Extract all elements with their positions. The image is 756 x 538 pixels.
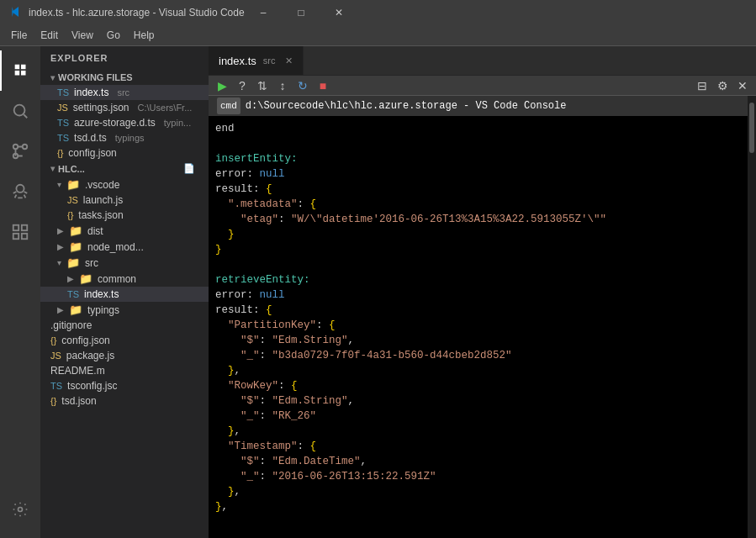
project-readme[interactable]: README.m — [40, 363, 209, 378]
svg-rect-7 — [22, 225, 27, 230]
term-line-blank2 — [215, 257, 741, 272]
project-typings-folder[interactable]: ▶ 📁 typings — [40, 302, 209, 318]
svg-point-10 — [19, 508, 23, 512]
svg-rect-6 — [13, 225, 19, 230]
menu-view[interactable]: View — [65, 28, 100, 43]
new-file-icon[interactable]: 📄 — [183, 163, 195, 174]
working-file-desc-3: typings — [115, 133, 145, 143]
project-file-node: node_mod... — [87, 241, 144, 253]
project-gitignore[interactable]: .gitignore — [40, 318, 209, 333]
project-file-typings: typings — [87, 304, 119, 316]
file-icon-config2: {} — [50, 335, 56, 345]
terminal-content[interactable]: end insertEntity: error: null result: { … — [209, 116, 748, 538]
close-button[interactable]: ✕ — [320, 0, 358, 25]
menu-bar: File Edit View Go Help — [0, 25, 756, 46]
project-chevron: ▾ — [50, 164, 55, 173]
term-line-partkey-val: "_": "b3da0729-7f0f-4a31-b560-d44cbeb2d8… — [215, 348, 741, 363]
svg-point-3 — [23, 145, 28, 150]
refresh-button[interactable]: ↻ — [294, 77, 311, 94]
arrows-button[interactable]: ↕ — [274, 77, 291, 94]
working-files-label: WORKING FILES — [58, 72, 133, 82]
project-dist-folder[interactable]: ▶ 📁 dist — [40, 223, 209, 239]
tab-index-ts[interactable]: index.ts src ✕ — [209, 46, 304, 75]
menu-file[interactable]: File — [4, 28, 34, 43]
app-icon — [8, 5, 22, 21]
term-line-timestamp: "Timestamp": { — [215, 439, 741, 454]
working-file-name-4: config.json — [68, 147, 116, 159]
project-tsd-json[interactable]: {} tsd.json — [40, 393, 209, 409]
project-file-dist: dist — [87, 225, 103, 237]
project-file-common: common — [98, 273, 136, 285]
project-file-tasks: tasks.json — [78, 209, 123, 221]
term-line-metadata: ".metadata": { — [215, 197, 741, 212]
maximize-button[interactable]: □ — [283, 0, 320, 25]
menu-go[interactable]: Go — [100, 28, 127, 43]
file-icon-tsd: TS — [57, 133, 69, 143]
menu-help[interactable]: Help — [127, 28, 161, 43]
file-icon-tsd-json: {} — [50, 396, 56, 406]
term-line-rowkey-val: "_": "RK_26" — [215, 409, 741, 424]
project-tsconfig[interactable]: TS tsconfig.jsc — [40, 378, 209, 393]
menu-edit[interactable]: Edit — [34, 28, 65, 43]
project-file-readme: README.m — [50, 365, 105, 377]
stop-button[interactable]: ■ — [315, 77, 331, 94]
term-line-rowkey-close: }, — [215, 424, 741, 439]
editor-area: index.ts src ✕ ▶ ? ⇅ ↕ ↻ ■ ⊟ ⚙ ✕ 1 2 — [209, 46, 756, 538]
term-line-retrieve-label: retrieveEntity: — [215, 272, 741, 287]
terminal-title-text: d:\Sourcecode\hlc\hlc.azure.storage - VS… — [246, 98, 567, 113]
term-line-insert-label: insertEntity: — [215, 151, 741, 166]
editor-toolbar: ▶ ? ⇅ ↕ ↻ ■ ⊟ ⚙ ✕ — [209, 76, 756, 96]
project-launch-js[interactable]: JS launch.js — [40, 193, 209, 208]
term-line-retrieve-error: error: null — [215, 287, 741, 303]
folder-icon-typings: 📁 — [69, 303, 82, 316]
term-line-timestamp-type: "$": "Edm.DateTime", — [215, 454, 741, 469]
run-button[interactable]: ▶ — [214, 77, 230, 94]
working-file-name-0: index.ts — [74, 87, 108, 98]
terminal-panel[interactable]: cmd d:\Sourcecode\hlc\hlc.azure.storage … — [209, 96, 748, 538]
activity-bar — [0, 46, 40, 538]
project-package-js[interactable]: JS package.js — [40, 348, 209, 363]
project-src-folder[interactable]: ▾ 📁 src — [40, 255, 209, 271]
project-config-json2[interactable]: {} config.json — [40, 333, 209, 348]
scrollbar-thumb[interactable] — [749, 103, 754, 153]
minimize-button[interactable]: – — [245, 0, 283, 25]
tab-close-icon[interactable]: ✕ — [285, 55, 293, 66]
working-file-name-2: azure-storage.d.ts — [74, 117, 156, 129]
working-file-tsd-dts[interactable]: TS tsd.d.ts typings — [40, 130, 209, 145]
activity-extensions[interactable] — [0, 212, 40, 252]
window-controls: – □ ✕ — [245, 0, 358, 25]
project-common-folder[interactable]: ▶ 📁 common — [40, 271, 209, 287]
close-terminal-button[interactable]: ✕ — [734, 77, 751, 94]
editor-tabs: index.ts src ✕ — [209, 46, 756, 76]
working-file-index-ts[interactable]: TS index.ts src — [40, 85, 209, 100]
term-line-retrieve-result: result: { — [215, 303, 741, 318]
activity-git[interactable] — [0, 131, 40, 171]
help-button[interactable]: ? — [234, 77, 251, 94]
activity-settings[interactable] — [0, 489, 40, 530]
more-button[interactable]: ⚙ — [714, 77, 731, 94]
file-icon-launch: JS — [67, 195, 78, 205]
sidebar-header: EXPLORER — [40, 46, 209, 70]
project-vscode-folder[interactable]: ▾ 📁 .vscode — [40, 177, 209, 193]
split-button[interactable]: ⊟ — [694, 77, 711, 94]
project-tasks-json[interactable]: {} tasks.json — [40, 208, 209, 223]
term-line-blank1 — [215, 136, 741, 151]
project-node-modules[interactable]: ▶ 📁 node_mod... — [40, 239, 209, 255]
activity-explorer[interactable] — [0, 50, 40, 91]
tab-label-index: index.ts — [219, 55, 256, 67]
working-files-section[interactable]: ▾ WORKING FILES — [40, 70, 209, 85]
arrange-button[interactable]: ⇅ — [254, 77, 271, 94]
svg-point-5 — [16, 185, 24, 193]
working-file-config-json[interactable]: {} config.json — [40, 145, 209, 161]
term-line-insert-close: } — [215, 242, 741, 257]
working-file-settings-json[interactable]: JS settings.json C:\Users\Fr... — [40, 100, 209, 115]
project-section[interactable]: ▾ HLC... 📄 — [40, 161, 209, 177]
working-file-azure-storage[interactable]: TS azure-storage.d.ts typin... — [40, 115, 209, 130]
project-index-ts[interactable]: TS index.ts — [40, 287, 209, 302]
activity-search[interactable] — [0, 91, 40, 131]
project-file-gitignore: .gitignore — [50, 319, 92, 331]
term-line-insert-result: result: { — [215, 182, 741, 197]
project-file-index: index.ts — [84, 288, 119, 300]
activity-debug[interactable] — [0, 171, 40, 212]
editor-scrollbar[interactable] — [748, 96, 756, 538]
